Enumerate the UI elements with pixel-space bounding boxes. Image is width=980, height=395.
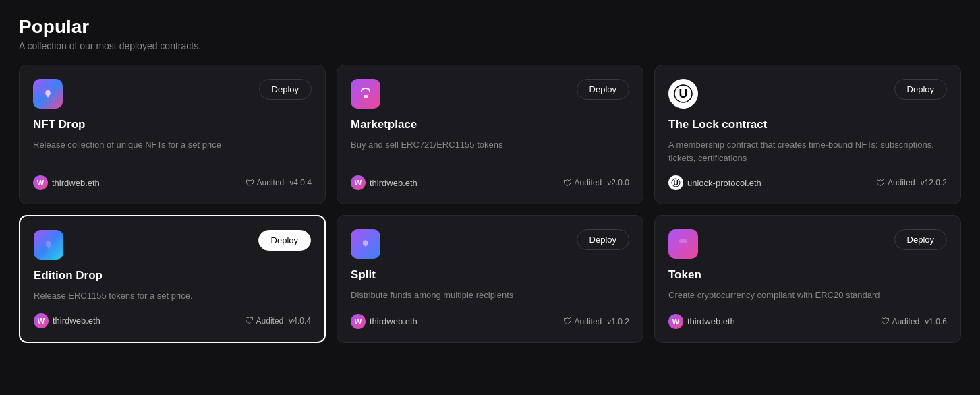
- contract-icon: [351, 79, 380, 109]
- page-title: Popular: [19, 16, 961, 38]
- card-footer: W thirdweb.eth 🛡 Audited v1.0.2: [351, 314, 629, 329]
- shield-icon: 🛡: [876, 178, 885, 188]
- version-label: v4.0.4: [289, 178, 312, 187]
- shield-icon: 🛡: [563, 178, 572, 188]
- contract-icon: [351, 229, 380, 259]
- card-token[interactable]: Deploy Token Create cryptocurrency compl…: [654, 215, 961, 343]
- version-label: v1.0.6: [925, 317, 947, 326]
- card-footer: U unlock-protocol.eth 🛡 Audited v12.0.2: [668, 175, 947, 190]
- deploy-button[interactable]: Deploy: [259, 79, 312, 100]
- contract-name: Split: [351, 268, 629, 282]
- card-footer: W thirdweb.eth 🛡 Audited v4.0.4: [34, 313, 311, 328]
- contract-name: The Lock contract: [668, 118, 947, 131]
- author-name: thirdweb.eth: [370, 316, 417, 326]
- author-info: W thirdweb.eth: [33, 175, 100, 190]
- author-name: thirdweb.eth: [53, 315, 100, 326]
- author-name: thirdweb.eth: [52, 178, 100, 188]
- card-marketplace[interactable]: Deploy Marketplace Buy and sell ERC721/E…: [337, 65, 643, 204]
- contract-description: Release collection of unique NFTs for a …: [33, 138, 312, 164]
- author-avatar: W: [34, 313, 49, 328]
- audited-label: Audited: [575, 178, 602, 187]
- author-name: thirdweb.eth: [687, 316, 735, 326]
- contract-icon: [33, 79, 63, 109]
- deploy-button[interactable]: Deploy: [894, 79, 947, 100]
- version-label: v4.0.4: [289, 316, 311, 326]
- author-name: thirdweb.eth: [370, 178, 417, 188]
- audited-label: Audited: [575, 317, 602, 326]
- audited-badge: 🛡 Audited: [563, 178, 602, 188]
- audited-badge: 🛡 Audited: [876, 178, 915, 188]
- badge-group: 🛡 Audited v1.0.2: [563, 316, 629, 326]
- author-avatar: W: [33, 175, 48, 190]
- version-label: v1.0.2: [607, 317, 629, 326]
- svg-text:U: U: [673, 179, 678, 187]
- deploy-button[interactable]: Deploy: [894, 229, 947, 250]
- badge-group: 🛡 Audited v4.0.4: [246, 178, 312, 188]
- contract-icon: [34, 230, 63, 260]
- contracts-grid: Deploy NFT Drop Release collection of un…: [19, 65, 961, 343]
- contract-name: Edition Drop: [34, 269, 311, 282]
- audited-label: Audited: [256, 316, 284, 326]
- author-info: W thirdweb.eth: [34, 313, 100, 328]
- svg-rect-7: [679, 239, 687, 243]
- author-avatar: W: [668, 314, 683, 329]
- author-info: W thirdweb.eth: [351, 314, 417, 329]
- author-info: U unlock-protocol.eth: [668, 175, 761, 190]
- badge-group: 🛡 Audited v2.0.0: [563, 178, 629, 188]
- author-info: W thirdweb.eth: [668, 314, 735, 329]
- contract-icon: U: [668, 79, 698, 109]
- card-edition-drop[interactable]: Deploy Edition Drop Release ERC1155 toke…: [19, 215, 326, 343]
- version-label: v12.0.2: [921, 178, 947, 187]
- svg-rect-1: [364, 95, 368, 98]
- svg-text:U: U: [679, 87, 688, 100]
- card-header: U Deploy: [668, 79, 947, 109]
- contract-name: NFT Drop: [33, 118, 312, 131]
- audited-label: Audited: [892, 317, 920, 326]
- audited-badge: 🛡 Audited: [563, 316, 602, 326]
- audited-label: Audited: [257, 178, 285, 187]
- audited-label: Audited: [888, 178, 915, 187]
- author-name: unlock-protocol.eth: [687, 178, 761, 188]
- card-header: Deploy: [34, 230, 311, 260]
- contract-name: Token: [668, 268, 947, 282]
- shield-icon: 🛡: [563, 316, 572, 326]
- card-header: Deploy: [351, 229, 629, 259]
- version-label: v2.0.0: [607, 178, 629, 187]
- author-info: W thirdweb.eth: [351, 175, 417, 190]
- audited-badge: 🛡 Audited: [246, 178, 285, 188]
- page-subtitle: A collection of our most deployed contra…: [19, 40, 961, 51]
- contract-description: Buy and sell ERC721/ERC1155 tokens: [351, 138, 629, 164]
- deploy-button[interactable]: Deploy: [577, 79, 629, 100]
- contract-description: A membership contract that creates time-…: [668, 138, 947, 164]
- card-header: Deploy: [668, 229, 947, 259]
- audited-badge: 🛡 Audited: [881, 316, 920, 326]
- deploy-button[interactable]: Deploy: [258, 230, 311, 251]
- card-split[interactable]: Deploy Split Distribute funds among mult…: [337, 215, 643, 343]
- contract-name: Marketplace: [351, 118, 629, 131]
- badge-group: 🛡 Audited v4.0.4: [245, 315, 311, 326]
- contract-icon: [668, 229, 698, 259]
- card-footer: W thirdweb.eth 🛡 Audited v2.0.0: [351, 175, 629, 190]
- card-footer: W thirdweb.eth 🛡 Audited v4.0.4: [33, 175, 312, 190]
- card-the-lock-contract[interactable]: U Deploy The Lock contract A membership …: [654, 65, 961, 204]
- card-footer: W thirdweb.eth 🛡 Audited v1.0.6: [668, 314, 947, 329]
- author-avatar: W: [351, 175, 366, 190]
- contract-description: Create cryptocurrency compliant with ERC…: [668, 288, 947, 303]
- card-header: Deploy: [351, 79, 629, 109]
- deploy-button[interactable]: Deploy: [577, 229, 629, 250]
- author-avatar: W: [351, 314, 366, 329]
- shield-icon: 🛡: [881, 316, 890, 326]
- author-avatar: U: [668, 175, 683, 190]
- badge-group: 🛡 Audited v1.0.6: [881, 316, 947, 326]
- card-header: Deploy: [33, 79, 312, 109]
- contract-description: Distribute funds among multiple recipien…: [351, 288, 629, 303]
- contract-description: Release ERC1155 tokens for a set price.: [34, 289, 311, 303]
- audited-badge: 🛡 Audited: [245, 315, 284, 326]
- shield-icon: 🛡: [246, 178, 254, 188]
- card-nft-drop[interactable]: Deploy NFT Drop Release collection of un…: [19, 65, 326, 204]
- badge-group: 🛡 Audited v12.0.2: [876, 178, 947, 188]
- shield-icon: 🛡: [245, 315, 254, 326]
